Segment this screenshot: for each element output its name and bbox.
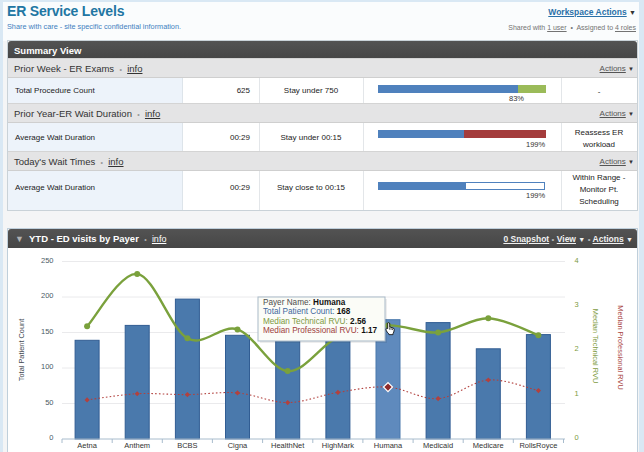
svg-text:Total Patient Count: Total Patient Count [17,319,26,381]
svg-text:Median Technical RVU: Median Technical RVU [591,309,600,384]
svg-text:100: 100 [41,362,54,371]
svg-text:50: 50 [45,398,53,407]
svg-text:Payer Name: Humana: Payer Name: Humana [263,298,346,307]
svg-text:2: 2 [575,344,579,353]
svg-text:200: 200 [41,291,54,300]
svg-text:Cigna: Cigna [228,441,248,450]
svg-text:Median Professional RVU: Median Professional RVU [616,305,625,390]
svg-text:HighMark: HighMark [322,441,354,450]
svg-text:HealthNet: HealthNet [271,441,305,450]
svg-text:1: 1 [575,389,579,398]
svg-text:RollsRoyce: RollsRoyce [519,441,557,450]
svg-text:250: 250 [41,256,54,265]
svg-text:BCBS: BCBS [177,441,197,450]
svg-text:Median Professional RVU: 1.17: Median Professional RVU: 1.17 [263,326,378,335]
svg-text:Anthem: Anthem [124,441,150,450]
svg-text:Median Technical RVU: 2.56: Median Technical RVU: 2.56 [263,317,366,326]
svg-text:Medicaid: Medicaid [423,441,453,450]
svg-text:4: 4 [575,256,579,265]
svg-text:3: 3 [575,300,579,309]
svg-text:Humana: Humana [374,441,403,450]
svg-text:Total Patient Count: 168: Total Patient Count: 168 [263,307,351,316]
svg-text:0: 0 [575,433,579,442]
svg-text:Aetna: Aetna [77,441,97,450]
svg-text:Medicare: Medicare [473,441,504,450]
svg-text:0: 0 [49,433,53,442]
svg-text:150: 150 [41,327,54,336]
